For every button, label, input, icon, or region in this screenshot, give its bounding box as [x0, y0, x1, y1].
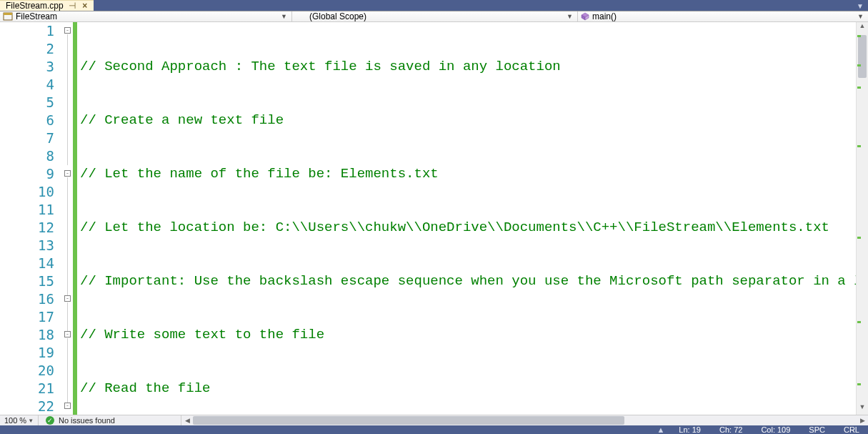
horizontal-scrollbar[interactable]: ◀ ▶	[181, 415, 868, 425]
scroll-left-arrow-icon[interactable]: ◀	[181, 417, 193, 424]
status-char[interactable]: Ch: 72	[715, 425, 747, 434]
zoom-value: 100 %	[4, 416, 26, 425]
pin-icon[interactable]: ⊣	[68, 1, 76, 11]
scroll-right-arrow-icon[interactable]: ▶	[857, 417, 868, 424]
scroll-up-arrow-icon[interactable]: ▲	[857, 22, 868, 34]
nav-project-dropdown[interactable]: FileStream ▼	[0, 11, 292, 21]
collapse-toggle-icon[interactable]: -	[64, 170, 71, 177]
navigation-bar: FileStream ▼ (Global Scope) ▼ main() ▼	[0, 11, 868, 22]
chevron-down-icon: ▼	[28, 418, 34, 424]
editor-footer-bar: 100 % ▼ ✓ No issues found ◀ ▶	[0, 415, 868, 425]
collapse-toggle-icon[interactable]: -	[64, 295, 71, 302]
code-editor[interactable]: 1234 5678 9101112 13141516 17181920 2122…	[0, 22, 868, 415]
line-number-gutter: 1234 5678 9101112 13141516 17181920 2122	[0, 22, 64, 415]
status-line-endings[interactable]: CRL	[839, 425, 864, 434]
status-bar: ▲ Ln: 19 Ch: 72 Col: 109 SPC CRL	[0, 425, 868, 434]
method-icon	[581, 12, 589, 21]
status-indent[interactable]: SPC	[804, 425, 829, 434]
outlining-margin[interactable]: - - - - -	[64, 22, 73, 415]
nav-function-label: main()	[592, 11, 617, 21]
collapse-toggle-icon[interactable]: -	[64, 331, 71, 337]
zoom-dropdown[interactable]: 100 % ▼	[0, 415, 39, 425]
close-icon[interactable]: ×	[81, 1, 89, 11]
vertical-scrollbar[interactable]: ▲ ▼	[856, 22, 868, 415]
tab-label: FileStream.cpp	[6, 1, 64, 11]
tabstrip-overflow-caret-icon[interactable]: ▼	[857, 2, 864, 10]
project-icon	[3, 12, 13, 21]
issues-label: No issues found	[59, 416, 115, 425]
nav-function-dropdown[interactable]: main() ▼	[578, 11, 868, 21]
scroll-down-arrow-icon[interactable]: ▼	[857, 403, 868, 415]
nav-scope-label: (Global Scope)	[295, 11, 366, 21]
issues-indicator[interactable]: ✓ No issues found	[39, 415, 181, 425]
chevron-down-icon: ▼	[281, 13, 287, 20]
document-tab-strip: FileStream.cpp ⊣ × ▼	[0, 0, 868, 11]
chevron-down-icon: ▼	[567, 13, 573, 20]
collapse-toggle-icon[interactable]: -	[64, 27, 71, 34]
status-col[interactable]: Col: 109	[757, 425, 794, 434]
tab-filestream-cpp[interactable]: FileStream.cpp ⊣ ×	[0, 0, 94, 11]
scroll-to-top-icon[interactable]: ▲	[657, 425, 664, 434]
code-content[interactable]: // Second Approach : The text file is sa…	[77, 22, 856, 415]
nav-scope-dropdown[interactable]: (Global Scope) ▼	[292, 11, 578, 21]
collapse-toggle-icon[interactable]: -	[64, 403, 71, 409]
chevron-down-icon: ▼	[857, 13, 864, 20]
svg-rect-1	[4, 13, 12, 15]
nav-project-label: FileStream	[16, 11, 57, 21]
status-line[interactable]: Ln: 19	[674, 425, 705, 434]
horizontal-scroll-thumb[interactable]	[193, 416, 624, 425]
scroll-marker-strip	[857, 35, 860, 402]
check-circle-icon: ✓	[46, 416, 54, 425]
